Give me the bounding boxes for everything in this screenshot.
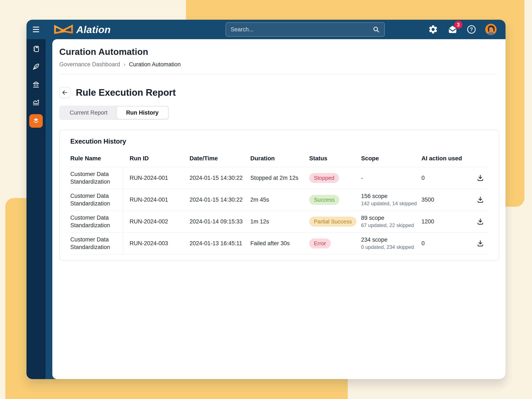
sidebar-item-analytics[interactable] — [31, 98, 41, 107]
sidebar-item-governance[interactable] — [31, 80, 41, 89]
ai-actions-cell: 0 — [421, 240, 472, 247]
user-avatar[interactable] — [485, 24, 497, 35]
tab-current-report[interactable]: Current Report — [60, 107, 117, 119]
download-icon — [476, 218, 484, 225]
datetime-cell: 2024-01-15 14:30:22 — [190, 175, 250, 181]
search-input[interactable] — [231, 26, 373, 33]
table-header-row: Rule NameRun IDDate/TimeDurationStatusSc… — [70, 151, 488, 167]
help-button[interactable]: ? — [467, 25, 476, 34]
report-header: Rule Execution Report — [59, 87, 499, 98]
analytics-chart-icon — [32, 98, 40, 106]
app-window: Alation 3 — [26, 20, 506, 379]
quill-icon — [32, 63, 40, 70]
logo-text: Alation — [76, 24, 111, 35]
scope-value: 234 scope — [361, 237, 421, 243]
ai-actions-cell: 0 — [421, 175, 472, 181]
ai-actions-cell: 3500 — [421, 196, 472, 203]
table-body: Customer Data Standardization RUN-2024-0… — [70, 167, 488, 254]
column-header: Duration — [250, 155, 309, 162]
status-cell: Error — [309, 239, 361, 248]
scope-cell: 89 scope 67 updated, 22 skipped — [361, 215, 421, 228]
status-badge: Partial Success — [309, 217, 356, 227]
download-button[interactable] — [472, 196, 488, 203]
layers-icon — [32, 117, 40, 125]
back-arrow-icon — [62, 89, 68, 96]
topbar: Alation 3 — [26, 20, 506, 39]
report-section: Rule Execution Report Current ReportRun … — [52, 74, 506, 261]
status-cell: Stopped — [309, 173, 361, 183]
notification-badge: 3 — [454, 21, 462, 29]
actions-cell — [472, 196, 488, 203]
table-row: Customer Data Standardization RUN-2024-0… — [70, 167, 488, 189]
sidebar — [26, 39, 45, 379]
column-header: Run ID — [123, 155, 190, 162]
status-cell: Success — [309, 195, 361, 205]
scope-detail: 0 updated, 234 skipped — [361, 244, 421, 250]
duration-cell: Failed after 30s — [250, 240, 309, 247]
ai-actions-cell: 1200 — [421, 218, 472, 225]
page-header: Curation Automation Governance Dashboard… — [52, 39, 506, 74]
datetime-cell: 2024-01-14 09:15:33 — [190, 218, 250, 225]
execution-history-table: Rule NameRun IDDate/TimeDurationStatusSc… — [70, 151, 488, 254]
card-title: Execution History — [70, 138, 488, 145]
duration-cell: 2m 45s — [250, 196, 309, 203]
scope-detail: 142 updated, 14 skipped — [361, 201, 421, 207]
status-badge: Stopped — [309, 173, 339, 183]
breadcrumb: Governance Dashboard › Curation Automati… — [59, 61, 497, 68]
sidebar-item-automation[interactable] — [29, 114, 43, 128]
scope-cell: 234 scope 0 updated, 234 skipped — [361, 237, 421, 250]
actions-cell — [472, 218, 488, 225]
breadcrumb-current: Curation Automation — [129, 61, 181, 68]
report-tabs: Current ReportRun History — [59, 106, 169, 120]
scope-detail: 67 updated, 22 skipped — [361, 222, 421, 228]
hamburger-menu-button[interactable] — [32, 25, 40, 34]
help-icon: ? — [467, 25, 476, 34]
datetime-cell: 2024-01-15 14:30:22 — [190, 196, 250, 203]
global-search — [226, 22, 385, 37]
scope-value: 89 scope — [361, 215, 421, 221]
search-icon[interactable] — [373, 26, 380, 33]
breadcrumb-parent[interactable]: Governance Dashboard — [59, 61, 120, 68]
page-title: Curation Automation — [59, 47, 497, 57]
scope-cell: 156 scope 142 updated, 14 skipped — [361, 193, 421, 207]
scope-value: 156 scope — [361, 193, 421, 200]
status-badge: Error — [309, 239, 331, 248]
download-button[interactable] — [472, 240, 488, 247]
rule-name-cell: Customer Data Standardization — [70, 233, 123, 254]
column-header: AI action used — [421, 155, 472, 162]
scope-cell: - — [361, 175, 421, 181]
duration-cell: 1m 12s — [250, 218, 309, 225]
bank-icon — [32, 81, 40, 88]
tab-run-history[interactable]: Run History — [117, 107, 168, 119]
sidebar-item-catalog[interactable] — [31, 45, 41, 53]
download-button[interactable] — [472, 174, 488, 182]
download-button[interactable] — [472, 218, 488, 225]
rule-name-cell: Customer Data Standardization — [70, 211, 123, 232]
logo-bowtie-icon — [53, 24, 74, 35]
catalog-book-icon — [32, 45, 40, 53]
download-icon — [476, 240, 484, 247]
datetime-cell: 2024-01-13 16:45:11 — [190, 240, 250, 247]
run-id-cell: RUN-2024-002 — [123, 218, 190, 225]
column-header: Rule Name — [70, 155, 123, 162]
run-id-cell: RUN-2024-003 — [123, 240, 190, 247]
status-cell: Partial Success — [309, 217, 361, 227]
run-id-cell: RUN-2024-001 — [123, 175, 190, 181]
settings-button[interactable] — [428, 24, 438, 35]
run-id-cell: RUN-2024-001 — [123, 196, 190, 203]
sidebar-item-curation[interactable] — [31, 63, 41, 71]
status-badge: Success — [309, 195, 339, 205]
alation-logo: Alation — [53, 24, 111, 35]
rule-name-cell: Customer Data Standardization — [70, 167, 123, 189]
breadcrumb-separator-icon: › — [123, 61, 126, 68]
duration-cell: Stopped at 2m 12s — [250, 175, 309, 181]
notifications-button[interactable]: 3 — [447, 24, 458, 35]
back-button[interactable] — [59, 87, 70, 98]
report-title: Rule Execution Report — [76, 87, 176, 98]
download-icon — [476, 196, 484, 203]
scope-value: - — [361, 175, 421, 181]
table-row: Customer Data Standardization RUN-2024-0… — [70, 233, 488, 254]
table-row: Customer Data Standardization RUN-2024-0… — [70, 189, 488, 211]
actions-cell — [472, 240, 488, 247]
svg-text:?: ? — [470, 27, 473, 32]
